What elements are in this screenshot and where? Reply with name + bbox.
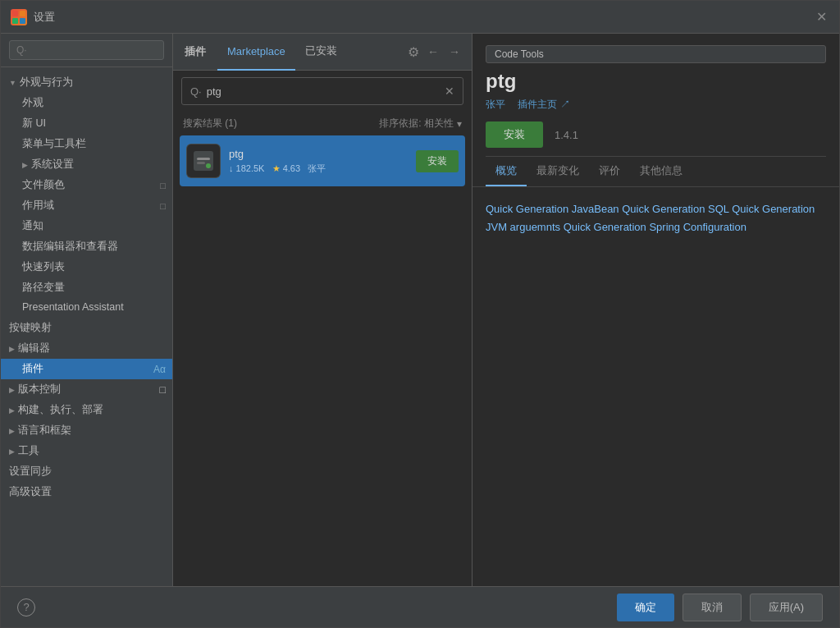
svg-rect-4 (194, 151, 213, 171)
svg-rect-3 (20, 18, 25, 24)
chevron-right-icon-editor: ▶ (9, 345, 15, 353)
tab-changelog[interactable]: 最新变化 (527, 157, 589, 186)
plugin-meta: ↓ 182.5K ★ 4.63 张平 (229, 163, 408, 175)
detail-install-button[interactable]: 安装 (486, 121, 543, 148)
tab-marketplace[interactable]: Marketplace (217, 34, 295, 71)
sidebar-item-appearance[interactable]: ▼ 外观与行为 (1, 72, 172, 93)
plugin-search-input[interactable] (207, 85, 445, 98)
sidebar-item-new-ui[interactable]: 新 UI (1, 113, 172, 134)
plugin-info-ptg: ptg ↓ 182.5K ★ 4.63 张平 (229, 148, 408, 175)
nav-group-appearance: ▼ 外观与行为 外观 新 UI 菜单与工具栏 ▶ 系统设置 (1, 72, 172, 316)
detail-version: 1.4.1 (555, 129, 578, 141)
plugin-panel: 插件 Marketplace 已安装 ⚙ ← → (173, 34, 472, 586)
detail-title: ptg (472, 70, 839, 93)
results-header: 搜索结果 (1) 排序依据: 相关性 ▾ (173, 112, 472, 135)
install-button-ptg[interactable]: 安装 (416, 150, 459, 172)
title-bar: 设置 ✕ (1, 1, 839, 34)
window-title: 设置 (34, 10, 55, 25)
sidebar-item-file-colors[interactable]: 文件颜色 □ (1, 175, 172, 195)
ok-button[interactable]: 确定 (617, 594, 674, 621)
settings-gear-icon[interactable]: ⚙ (408, 44, 419, 60)
close-button[interactable]: ✕ (813, 9, 829, 25)
sidebar-search-input[interactable] (9, 40, 164, 60)
download-icon: ↓ (229, 163, 234, 173)
app-icon (11, 9, 27, 25)
sidebar-item-system-settings[interactable]: ▶ 系统设置 (1, 154, 172, 175)
sidebar-item-quick-list[interactable]: 快速列表 (1, 257, 172, 277)
plugin-list: ptg ↓ 182.5K ★ 4.63 张平 安装 (173, 135, 472, 586)
help-button[interactable]: ? (17, 598, 35, 617)
sidebar-item-version-control[interactable]: ▶ 版本控制 □ (1, 379, 172, 400)
title-bar-left: 设置 (11, 9, 55, 25)
sidebar-item-data-editor[interactable]: 数据编辑器和查看器 (1, 236, 172, 257)
plugin-name: ptg (229, 148, 408, 160)
settings-window: 设置 ✕ ▼ 外观与行为 外观 新 UI (0, 0, 840, 628)
sidebar-nav: ▼ 外观与行为 外观 新 UI 菜单与工具栏 ▶ 系统设置 (1, 67, 172, 586)
sidebar-item-notifications[interactable]: 通知 (1, 216, 172, 236)
main-content: ▼ 外观与行为 外观 新 UI 菜单与工具栏 ▶ 系统设置 (1, 34, 839, 586)
scopes-badge: □ (160, 201, 166, 211)
bottom-bar: ? 确定 取消 应用(A) (1, 586, 839, 627)
sidebar-item-menus-toolbars[interactable]: 菜单与工具栏 (1, 134, 172, 154)
chevron-right-icon: ▶ (22, 161, 28, 169)
sort-dropdown[interactable]: 排序依据: 相关性 ▾ (379, 117, 462, 131)
chevron-right-icon-build: ▶ (9, 406, 15, 415)
sidebar-item-editor[interactable]: ▶ 编辑器 (1, 338, 172, 359)
detail-actions: 安装 1.4.1 (472, 117, 839, 156)
tab-other-info[interactable]: 其他信息 (630, 157, 692, 186)
plugin-tag: Code Tools (486, 45, 826, 63)
sidebar-item-appearance-sub[interactable]: 外观 (1, 93, 172, 113)
tab-reviews[interactable]: 评价 (589, 157, 630, 186)
svg-point-7 (206, 163, 211, 168)
chevron-right-icon-tools: ▶ (9, 447, 15, 456)
sidebar-item-tools[interactable]: ▶ 工具 (1, 441, 172, 461)
sidebar-item-advanced[interactable]: 高级设置 (1, 482, 172, 502)
plugin-icon-ptg (186, 144, 221, 178)
detail-panel: Code Tools ptg 张平 插件主页 ↗ 安装 1.4.1 概览 (472, 34, 839, 586)
results-count: 搜索结果 (1) (183, 117, 237, 131)
tab-overview[interactable]: 概览 (486, 157, 527, 186)
sidebar-item-languages[interactable]: ▶ 语言和框架 (1, 420, 172, 441)
svg-rect-6 (197, 162, 205, 164)
sidebar-item-presentation-assistant[interactable]: Presentation Assistant (1, 298, 172, 316)
svg-rect-1 (20, 11, 25, 16)
file-colors-badge: □ (160, 181, 166, 190)
plugin-panel-title: 插件 (173, 44, 217, 59)
svg-rect-2 (12, 18, 18, 24)
cancel-button[interactable]: 取消 (682, 594, 742, 621)
sidebar-item-path-vars[interactable]: 路径变量 (1, 277, 172, 298)
sidebar-item-label: 外观与行为 (20, 76, 73, 89)
back-arrow-button[interactable]: ← (424, 44, 442, 60)
nav-arrows: ← → (424, 44, 463, 60)
plugin-search-bar: Q· ✕ (181, 77, 463, 105)
sidebar-item-scopes[interactable]: 作用域 □ (1, 195, 172, 216)
sidebar-item-keymap[interactable]: 按键映射 (1, 318, 172, 338)
search-icon: Q· (190, 85, 202, 98)
svg-rect-5 (197, 158, 210, 160)
tab-installed[interactable]: 已安装 (295, 34, 347, 71)
chevron-right-icon-lang: ▶ (9, 427, 15, 435)
star-icon: ★ (272, 163, 281, 173)
plugin-page-link[interactable]: 插件主页 ↗ (518, 98, 569, 112)
sidebar: ▼ 外观与行为 外观 新 UI 菜单与工具栏 ▶ 系统设置 (1, 34, 173, 586)
detail-tabs: 概览 最新变化 评价 其他信息 (472, 157, 839, 187)
forward-arrow-button[interactable]: → (445, 44, 463, 60)
description-text: Quick Generation JavaBean Quick Generati… (486, 203, 815, 233)
apply-button[interactable]: 应用(A) (750, 594, 823, 621)
vc-badge: □ (159, 384, 166, 396)
bottom-buttons: 确定 取消 应用(A) (617, 594, 823, 621)
chevron-down-icon: ▼ (9, 79, 16, 87)
chevron-right-icon-vc: ▶ (9, 386, 15, 394)
clear-search-button[interactable]: ✕ (445, 85, 454, 98)
sidebar-item-settings-sync[interactable]: 设置同步 (1, 461, 172, 482)
list-item[interactable]: ptg ↓ 182.5K ★ 4.63 张平 安装 (180, 135, 465, 186)
plugin-tabs: Marketplace 已安装 (217, 34, 408, 71)
svg-rect-0 (12, 11, 18, 16)
sidebar-search-container (1, 34, 172, 67)
external-link-icon: ↗ (560, 99, 570, 110)
sidebar-item-build[interactable]: ▶ 构建、执行、部署 (1, 400, 172, 420)
chevron-down-icon: ▾ (457, 118, 462, 130)
plugin-header: 插件 Marketplace 已安装 ⚙ ← → (173, 34, 472, 71)
sidebar-item-plugins[interactable]: 插件 Aα (1, 359, 172, 379)
detail-body: Quick Generation JavaBean Quick Generati… (472, 187, 839, 586)
